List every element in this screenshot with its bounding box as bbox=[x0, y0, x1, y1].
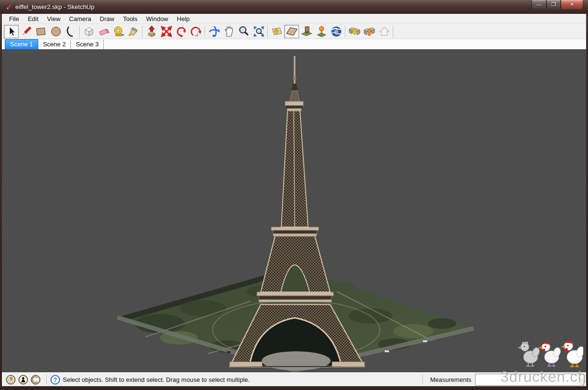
circle-icon bbox=[50, 25, 62, 38]
select-icon bbox=[5, 25, 18, 38]
menu-help[interactable]: Help bbox=[173, 14, 194, 23]
pan-hand-icon bbox=[223, 25, 235, 38]
toolbar-separator bbox=[142, 26, 143, 37]
status-bar: ? Select objects. Shift to extend select… bbox=[2, 372, 586, 386]
move-tool-button[interactable] bbox=[159, 25, 174, 38]
toggle-terrain-button[interactable] bbox=[284, 25, 299, 38]
claim-credit-button[interactable] bbox=[31, 375, 41, 385]
select-tool-button[interactable] bbox=[4, 25, 19, 38]
tape-measure-button[interactable] bbox=[111, 25, 126, 38]
credit-attribution-button[interactable] bbox=[18, 375, 28, 385]
toolbar-separator bbox=[267, 26, 268, 37]
statusbar-separator bbox=[422, 375, 423, 384]
chicken-speckled bbox=[538, 341, 562, 366]
close-button[interactable]: ✕ bbox=[561, 0, 583, 9]
building-maker-pin-icon bbox=[315, 25, 328, 38]
get-models-button[interactable] bbox=[347, 25, 362, 38]
svg-text:?: ? bbox=[54, 377, 57, 383]
share-model-icon bbox=[363, 25, 376, 38]
geo-location-status-button[interactable] bbox=[6, 375, 16, 385]
make-component-button[interactable] bbox=[81, 25, 96, 38]
google-earth-globe-icon bbox=[330, 25, 343, 38]
eraser-icon bbox=[98, 25, 110, 38]
chicken-sparkle bbox=[518, 341, 541, 366]
arc-icon bbox=[65, 25, 77, 38]
eraser-tool-button[interactable] bbox=[96, 25, 111, 38]
toolbar-separator bbox=[205, 26, 205, 37]
sketchup-app-icon bbox=[5, 3, 12, 11]
component-box-icon bbox=[83, 25, 95, 38]
orbit-tool-button[interactable] bbox=[207, 25, 222, 38]
menu-draw[interactable]: Draw bbox=[96, 14, 119, 23]
menu-bar: File Edit View Camera Draw Tools Window … bbox=[2, 14, 586, 24]
zoom-extents-button[interactable] bbox=[251, 25, 266, 38]
menu-edit[interactable]: Edit bbox=[23, 14, 43, 23]
push-pull-button[interactable] bbox=[144, 25, 159, 38]
offset-tool-button[interactable] bbox=[189, 25, 203, 38]
line-tool-button[interactable] bbox=[19, 25, 33, 38]
measurements-input[interactable] bbox=[475, 374, 584, 386]
menu-file[interactable]: File bbox=[5, 14, 23, 23]
google-earth-button[interactable] bbox=[329, 25, 344, 38]
paint-bucket-button[interactable] bbox=[126, 25, 141, 38]
title-bar: eiffel_tower2.skp - SketchUp — ❐ ✕ bbox=[0, 0, 588, 14]
toolbar-separator bbox=[345, 26, 345, 37]
rotate-tool-button[interactable] bbox=[174, 25, 189, 38]
share-component-house-icon bbox=[378, 25, 390, 38]
tab-scene-2[interactable]: Scene 2 bbox=[38, 40, 71, 49]
window-frame-bottom bbox=[0, 386, 588, 388]
photo-textures-button[interactable] bbox=[299, 25, 314, 38]
restore-button[interactable]: ❐ bbox=[546, 0, 561, 9]
tab-scene-1[interactable]: Scene 1 bbox=[5, 39, 38, 49]
credit-c-icon bbox=[31, 375, 41, 385]
rotate-icon bbox=[175, 25, 188, 38]
eiffel-tower-model bbox=[2, 50, 586, 372]
orbit-icon bbox=[208, 25, 221, 38]
minimize-button[interactable]: — bbox=[532, 0, 546, 9]
circle-tool-button[interactable] bbox=[48, 25, 63, 38]
toolbar-separator bbox=[79, 26, 80, 37]
geo-location-icon bbox=[6, 375, 16, 385]
chicken-figures-watermark bbox=[516, 334, 583, 371]
offset-icon bbox=[190, 25, 202, 38]
rectangle-tool-button[interactable] bbox=[33, 25, 48, 38]
zoom-extents-icon bbox=[253, 25, 265, 38]
tape-measure-icon bbox=[112, 25, 125, 38]
menu-tools[interactable]: Tools bbox=[119, 14, 142, 23]
get-models-icon bbox=[348, 25, 361, 38]
toggle-terrain-icon bbox=[286, 25, 298, 38]
share-component-button[interactable] bbox=[377, 25, 391, 38]
chicken-white bbox=[561, 340, 583, 367]
share-model-button[interactable] bbox=[362, 25, 377, 38]
toolbar bbox=[2, 24, 586, 39]
menu-window[interactable]: Window bbox=[142, 14, 172, 23]
paint-bucket-icon bbox=[127, 25, 140, 38]
push-pull-icon bbox=[145, 25, 158, 38]
tab-scene-3[interactable]: Scene 3 bbox=[71, 40, 104, 49]
resize-grip[interactable] bbox=[579, 379, 585, 385]
rectangle-icon bbox=[35, 25, 47, 38]
statusbar-separator bbox=[46, 375, 47, 384]
zoom-icon bbox=[238, 25, 250, 38]
arc-tool-button[interactable] bbox=[63, 25, 78, 38]
menu-view[interactable]: View bbox=[43, 14, 65, 23]
sketchup-window: eiffel_tower2.skp - SketchUp — ❐ ✕ File … bbox=[0, 0, 588, 390]
pan-tool-button[interactable] bbox=[222, 25, 236, 38]
zoom-tool-button[interactable] bbox=[236, 25, 251, 38]
photo-textures-icon bbox=[300, 25, 313, 38]
person-icon bbox=[18, 375, 28, 385]
scene-tab-bar: Scene 1 Scene 2 Scene 3 bbox=[2, 39, 586, 50]
question-mark-icon: ? bbox=[50, 375, 60, 385]
toolbar-separator bbox=[393, 26, 393, 37]
move-icon bbox=[160, 25, 173, 38]
add-location-button[interactable] bbox=[269, 25, 284, 38]
model-viewport[interactable] bbox=[2, 50, 586, 372]
building-maker-button[interactable] bbox=[314, 25, 329, 38]
window-title: eiffel_tower2.skp - SketchUp bbox=[15, 3, 94, 11]
help-status-icon: ? bbox=[50, 375, 60, 385]
pencil-icon bbox=[20, 25, 33, 38]
menu-camera[interactable]: Camera bbox=[65, 14, 95, 23]
add-location-icon bbox=[271, 25, 283, 38]
measurements-label: Measurements bbox=[430, 376, 471, 383]
status-help-text: Select objects. Shift to extend select. … bbox=[63, 376, 250, 383]
